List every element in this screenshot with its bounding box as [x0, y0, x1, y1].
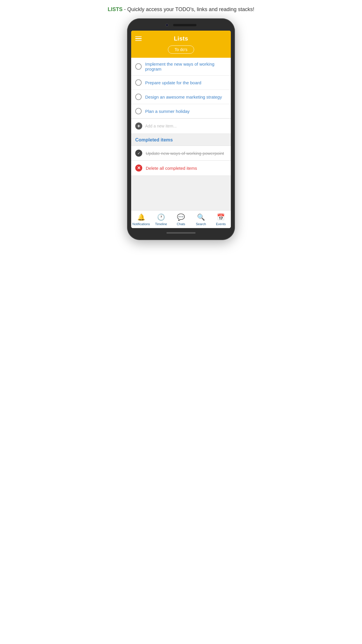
nav-search[interactable]: 🔍 Search: [192, 214, 210, 226]
empty-space: [131, 175, 231, 210]
add-item-row[interactable]: + Add a new item...: [131, 118, 231, 133]
completed-section: Completed items ✓ Update new ways of wor…: [131, 133, 231, 175]
delete-label: Delete all completed items: [146, 166, 197, 171]
nav-events-label: Events: [216, 222, 226, 226]
checkbox-1[interactable]: [135, 63, 142, 70]
todo-list: Implement the new ways of working progra…: [131, 58, 231, 133]
nav-timeline[interactable]: 🕐 Timeline: [152, 214, 170, 226]
tab-container: To do's: [135, 46, 227, 54]
phone-camera: [166, 24, 168, 27]
delete-icon: ✕: [135, 164, 142, 172]
hamburger-line-2: [135, 38, 142, 39]
nav-timeline-label: Timeline: [155, 222, 167, 226]
phone-bottom: [131, 228, 231, 234]
phone-frame: Lists To do's Implement the new ways of …: [127, 18, 235, 240]
nav-chats[interactable]: 💬 Chats: [172, 214, 190, 226]
todo-item-2[interactable]: Prepare update for the board: [131, 76, 231, 90]
checkbox-2[interactable]: [135, 79, 142, 86]
todo-item-3[interactable]: Design an awesome marketing strategy: [131, 90, 231, 104]
phone-home-indicator: [166, 232, 196, 234]
todo-tab[interactable]: To do's: [168, 46, 194, 54]
todo-text-2: Prepare update for the board: [145, 80, 201, 85]
completed-text-1: Update new ways of working powerpoint: [146, 151, 224, 156]
page-header: LISTS - Quickly access your TODO's, link…: [102, 6, 260, 13]
nav-notifications[interactable]: 🔔 Notifications: [132, 214, 150, 226]
hamburger-line-1: [135, 36, 142, 37]
nav-chats-label: Chats: [177, 222, 185, 226]
todo-text-1: Implement the new ways of working progra…: [145, 62, 227, 71]
nav-events[interactable]: 📅 Events: [212, 214, 230, 226]
todo-item-4[interactable]: Plan a summer holiday: [131, 104, 231, 118]
completed-header: Completed items: [131, 133, 231, 146]
chats-icon: 💬: [177, 214, 185, 221]
hamburger-line-3: [135, 40, 142, 41]
search-icon: 🔍: [197, 214, 205, 221]
notifications-icon: 🔔: [137, 214, 145, 221]
app-header-top: Lists: [135, 35, 227, 42]
header-description: - Quickly access your TODO's, links and …: [123, 6, 254, 12]
header-highlight: LISTS: [108, 6, 123, 12]
phone-screen: Lists To do's Implement the new ways of …: [131, 31, 231, 228]
nav-search-label: Search: [196, 222, 206, 226]
app-title: Lists: [174, 35, 188, 42]
completed-title: Completed items: [135, 137, 173, 142]
bottom-nav: 🔔 Notifications 🕐 Timeline 💬 Chats 🔍 Sea…: [131, 210, 231, 228]
completed-item-1[interactable]: ✓ Update new ways of working powerpoint: [131, 146, 231, 160]
add-placeholder: Add a new item...: [145, 124, 177, 128]
todo-item-1[interactable]: Implement the new ways of working progra…: [131, 58, 231, 76]
nav-notifications-label: Notifications: [132, 222, 150, 226]
check-filled-icon: ✓: [135, 150, 142, 157]
hamburger-menu[interactable]: [135, 36, 142, 41]
todo-text-3: Design an awesome marketing strategy: [145, 94, 222, 99]
phone-speaker: [173, 24, 196, 26]
checkbox-4[interactable]: [135, 108, 142, 114]
events-icon: 📅: [217, 214, 225, 221]
app-header: Lists To do's: [131, 31, 231, 58]
delete-all-row[interactable]: ✕ Delete all completed items: [131, 160, 231, 175]
phone-top: [131, 24, 231, 31]
add-icon[interactable]: +: [135, 123, 142, 130]
todo-text-4: Plan a summer holiday: [145, 109, 190, 114]
timeline-icon: 🕐: [157, 214, 165, 221]
checkbox-3[interactable]: [135, 94, 142, 100]
